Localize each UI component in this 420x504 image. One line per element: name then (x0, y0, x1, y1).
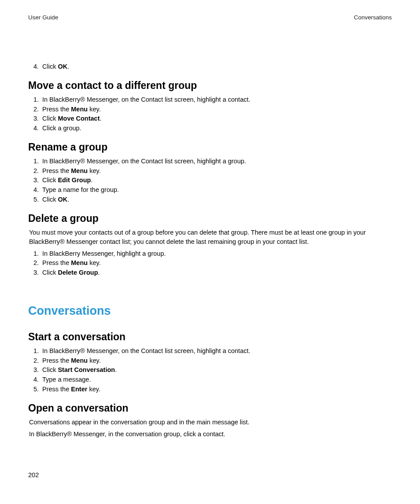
step-text-bold: Menu (71, 167, 88, 174)
step-text-post: key. (88, 167, 101, 174)
section-heading-move: Move a contact to a different group (28, 80, 392, 92)
page-header: User Guide Conversations (28, 14, 392, 21)
step-number: 3. (30, 114, 39, 124)
step-number: 3. (30, 365, 39, 375)
step-number: 1. (30, 249, 39, 259)
step-number: 4. (30, 185, 39, 195)
step-text-pre: Click (42, 177, 58, 184)
step-item: 3.Click Delete Group. (30, 268, 392, 278)
step-text-pre: Press the (42, 386, 71, 393)
step-item: 2.Press the Menu key. (30, 258, 392, 268)
step-text-bold: Enter (71, 386, 87, 393)
step-text-bold: Delete Group (58, 269, 98, 276)
header-left: User Guide (28, 14, 58, 21)
header-right: Conversations (354, 14, 392, 21)
step-text-post: . (67, 63, 69, 70)
step-text-pre: Press the (42, 357, 71, 364)
section-heading-delete: Delete a group (28, 213, 392, 224)
step-number: 1. (30, 95, 39, 105)
rename-steps-list: 1.In BlackBerry® Messenger, on the Conta… (30, 157, 392, 205)
step-item: 4. Click OK. (30, 62, 392, 72)
step-item: 3.Click Move Contact. (30, 114, 392, 124)
document-page: User Guide Conversations 4. Click OK. Mo… (0, 0, 420, 504)
step-number: 3. (30, 268, 39, 278)
step-item: 1.In BlackBerry Messenger, highlight a g… (30, 249, 392, 259)
step-text-bold: Start Conversation (58, 366, 115, 373)
step-number: 4. (30, 124, 39, 133)
move-steps-list: 1.In BlackBerry® Messenger, on the Conta… (30, 95, 392, 133)
chapter-heading-conversations: Conversations (28, 304, 392, 318)
open-paragraph-2: In BlackBerry® Messenger, in the convers… (29, 430, 392, 439)
section-heading-open: Open a conversation (28, 402, 392, 414)
section-heading-start: Start a conversation (28, 331, 392, 343)
step-item: 2.Press the Menu key. (30, 105, 392, 114)
step-number: 4. (30, 375, 39, 385)
step-item: 5.Click OK. (30, 195, 392, 205)
step-item: 3.Click Edit Group. (30, 176, 392, 185)
open-paragraph-1: Conversations appear in the conversation… (29, 418, 392, 427)
step-text-post: . (91, 177, 92, 184)
step-text-pre: Click (42, 115, 58, 122)
step-item: 4.Type a name for the group. (30, 185, 392, 195)
step-number: 3. (30, 176, 39, 185)
start-steps-list: 1.In BlackBerry® Messenger, on the Conta… (30, 346, 392, 394)
step-text: In BlackBerry® Messenger, on the Contact… (42, 158, 246, 165)
step-number: 2. (30, 356, 39, 366)
step-item: 3.Click Start Conversation. (30, 365, 392, 375)
step-text-bold: Menu (71, 357, 88, 364)
step-text-bold: Move Contact (58, 115, 99, 122)
step-item: 4.Type a message. (30, 375, 392, 385)
continued-steps-list: 4. Click OK. (30, 62, 392, 72)
step-text-post: . (100, 115, 102, 122)
step-text-post: . (67, 196, 69, 203)
step-item: 5.Press the Enter key. (30, 385, 392, 394)
step-item: 2.Press the Menu key. (30, 356, 392, 366)
step-number: 2. (30, 166, 39, 176)
step-text-bold: Menu (71, 106, 88, 113)
step-number: 1. (30, 346, 39, 356)
step-text-post: key. (88, 106, 101, 113)
step-text-pre: Click (42, 63, 58, 70)
page-number: 202 (28, 471, 39, 478)
step-text-bold: Edit Group (58, 177, 91, 184)
step-text-pre: Press the (42, 167, 71, 174)
step-number: 5. (30, 195, 39, 205)
step-text-pre: Click (42, 196, 58, 203)
step-text: Type a name for the group. (42, 186, 119, 193)
step-text-post: . (115, 366, 117, 373)
step-text: Click a group. (42, 125, 81, 132)
step-text-bold: Menu (71, 259, 88, 266)
step-text-post: key. (87, 386, 100, 393)
step-text-post: . (98, 269, 100, 276)
step-text-pre: Press the (42, 106, 71, 113)
step-text-pre: Click (42, 269, 58, 276)
step-number: 5. (30, 385, 39, 394)
step-text-post: key. (88, 259, 101, 266)
step-item: 1.In BlackBerry® Messenger, on the Conta… (30, 95, 392, 105)
section-heading-rename: Rename a group (28, 141, 392, 153)
step-text: In BlackBerry® Messenger, on the Contact… (42, 96, 251, 103)
delete-steps-list: 1.In BlackBerry Messenger, highlight a g… (30, 249, 392, 278)
step-item: 1.In BlackBerry® Messenger, on the Conta… (30, 346, 392, 356)
delete-intro-paragraph: You must move your contacts out of a gro… (29, 228, 392, 246)
step-number: 4. (30, 62, 39, 72)
step-text-pre: Press the (42, 259, 71, 266)
step-text-pre: Click (42, 366, 58, 373)
step-text: In BlackBerry® Messenger, on the Contact… (42, 347, 251, 354)
step-text-bold: OK (58, 196, 67, 203)
step-item: 2.Press the Menu key. (30, 166, 392, 176)
step-text: Type a message. (42, 376, 91, 383)
step-number: 2. (30, 258, 39, 268)
step-item: 1.In BlackBerry® Messenger, on the Conta… (30, 157, 392, 166)
step-text-post: key. (88, 357, 101, 364)
step-number: 1. (30, 157, 39, 166)
step-text-bold: OK (58, 63, 67, 70)
step-number: 2. (30, 105, 39, 114)
step-item: 4.Click a group. (30, 124, 392, 133)
step-text: In BlackBerry Messenger, highlight a gro… (42, 250, 166, 257)
